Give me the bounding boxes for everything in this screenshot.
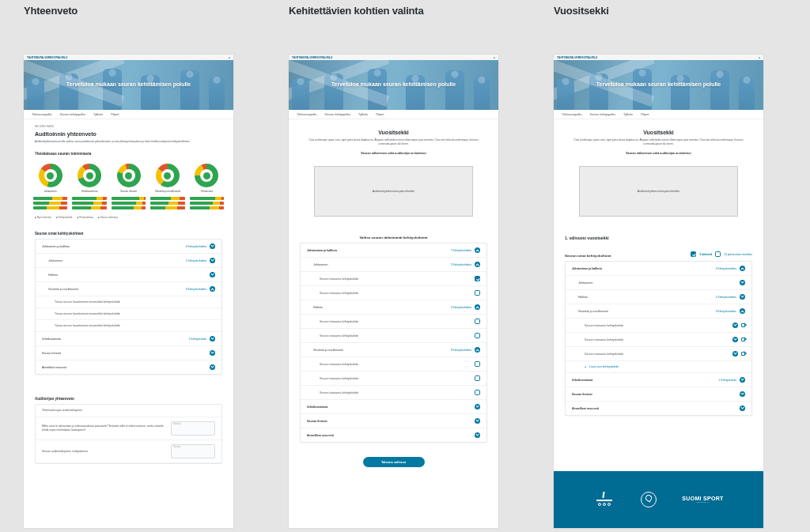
- section-header[interactable]: Aineelliset resurssit: [566, 402, 751, 415]
- chevron-icon: [475, 262, 480, 267]
- auditor-card: Yhteenveto-ajan auditointikäynnin Mitkä …: [35, 404, 222, 464]
- card-row[interactable]: Aineelliset resurssit: [36, 360, 221, 374]
- answer-input[interactable]: Vastaus: [171, 421, 215, 436]
- chevron-icon: [475, 404, 480, 409]
- own-title: Seuran omat kehityskohteet: [24, 224, 233, 239]
- edit-row[interactable]: Seuran itseaama kehityskohde: [566, 347, 751, 361]
- chevron-icon: [740, 308, 745, 314]
- chevron-icon: [740, 391, 745, 397]
- subsection-row[interactable]: Johtaminen2 Kehityskohdetta: [301, 258, 486, 272]
- nav-item[interactable]: Seuran kehityspolku: [590, 113, 615, 116]
- section-header[interactable]: Seuran ihmiset: [301, 414, 486, 428]
- page-intro: Cras scelerisque quam arcu, eget porta l…: [289, 138, 498, 146]
- page-title: Vuositsekki: [554, 129, 763, 138]
- own-title: Seuran omat kehityskohteet: [565, 254, 611, 258]
- view-toggle[interactable]: 5 tärkeintä 15 pidennuksen kohdetta: [691, 251, 752, 257]
- column-title: Kehitettävien kohtien valinta: [289, 5, 498, 17]
- card-row[interactable]: Hallinto: [36, 268, 221, 282]
- nav-item[interactable]: Tylikalu: [358, 113, 368, 116]
- pencil-icon[interactable]: [741, 352, 745, 356]
- pencil-icon[interactable]: [741, 338, 745, 341]
- card-row[interactable]: Tässä seuran havaitsemat muomotilat kehi…: [36, 308, 221, 320]
- checkbox-row[interactable]: Seuran itseaama kehityskohde: [301, 286, 486, 300]
- card-row[interactable]: Viestintä ja markkinointi3 Kehityskohdet…: [36, 282, 221, 296]
- section-header[interactable]: Seuran ihmiset: [566, 387, 751, 402]
- card-row[interactable]: Tässä seuran havaitsemat muomotilat kehi…: [36, 320, 221, 332]
- pencil-icon[interactable]: [741, 323, 745, 327]
- nav-item[interactable]: Tähtiseurapolku: [297, 113, 317, 116]
- sub-row[interactable]: Hallinto1 Kehityskohdetta: [566, 290, 751, 304]
- checkbox-icon: [715, 251, 721, 257]
- nav-item[interactable]: Tähtiseurapolku: [562, 113, 582, 116]
- column-title: Yhteenveto: [24, 5, 233, 17]
- chevron-icon: [475, 347, 480, 353]
- edit-row[interactable]: Seuran itseaama kehityskohde: [566, 319, 751, 333]
- checkbox-row[interactable]: Seuran itseaama kehityskohde: [301, 357, 486, 372]
- column-yhteenveto: Yhteenveto TÄHTISEURA-VERKKOPALVELU ● Te…: [24, 0, 233, 528]
- brand: TÄHTISEURA-VERKKOPALVELU: [27, 56, 67, 59]
- section-header[interactable]: Aineelliset resurssit: [301, 428, 486, 442]
- nav-item[interactable]: Ohjeet: [111, 113, 119, 116]
- checkbox-icon[interactable]: [475, 319, 480, 324]
- subsection-row[interactable]: Hallinto2 Kehityskohdetta: [301, 300, 486, 315]
- card-row[interactable]: Tässä seuran havaitsemat muomotilat kehi…: [36, 296, 221, 308]
- nav-item[interactable]: Ohjeet: [641, 113, 649, 116]
- chevron-icon: [210, 258, 215, 263]
- nav-item[interactable]: Tähtiseurapolku: [32, 113, 52, 116]
- checkbox-icon[interactable]: [475, 333, 480, 338]
- subtitle: Seuran näkeminen sekä auditorijan arvioi…: [289, 152, 498, 155]
- save-button[interactable]: Talenna valinnat: [363, 457, 425, 467]
- checkbox-row[interactable]: Seuran itseaama kehityskohde: [301, 315, 486, 329]
- section-header[interactable]: Johtaminen ja hallinto4 Kehityskohdetta: [566, 262, 751, 276]
- card-row[interactable]: Johtaminen ja hallinto4 Kehityskohdetta: [36, 240, 221, 254]
- checkbox-row[interactable]: Seuran itseaama kehityskohde: [301, 372, 486, 386]
- section-header[interactable]: Urheilutoiminta: [301, 400, 486, 414]
- nav-item[interactable]: Ohjeet: [376, 113, 384, 116]
- checkbox-icon[interactable]: [475, 361, 480, 367]
- footer: SUOMI SPORT seuralle.fi: [554, 471, 763, 528]
- column-vuositsekki: Vuositsekki TÄHTISEURA-VERKKOPALVELU● Te…: [554, 0, 763, 528]
- sub-row[interactable]: Johtaminen: [566, 276, 751, 290]
- nav-item[interactable]: Tylikalu: [93, 113, 103, 116]
- edit-row[interactable]: Seuran itseaama kehityskohde: [566, 333, 751, 347]
- checkbox-icon[interactable]: [475, 390, 480, 395]
- mock-valinta: TÄHTISEURA-VERKKOPALVELU● Tervetuloa muk…: [289, 55, 498, 528]
- sub-row[interactable]: Viestintä ja markkinointi3 Kehityskohdet…: [566, 304, 751, 319]
- subsection-row[interactable]: Viestintä ja markkinointi3 Kehityskohdet…: [301, 343, 486, 357]
- checkbox-row[interactable]: Seuran itseaama kehityskohde: [301, 386, 486, 400]
- add-row[interactable]: Lisää uusi kehityskohde: [566, 361, 751, 373]
- user-icon: ●: [494, 56, 495, 59]
- card-row[interactable]: Seuran ihmiset: [36, 346, 221, 360]
- chevron-icon: [210, 364, 215, 370]
- card-valinta: Johtaminen ja hallinto7 KehityskohdettaJ…: [300, 243, 487, 443]
- checkbox-icon[interactable]: [475, 276, 480, 281]
- checkbox-row[interactable]: Seuran itseaama kehityskohde: [301, 329, 486, 343]
- own-header: Seuran omat kehityskohteet 5 tärkeintä 1…: [554, 243, 763, 261]
- nav-item[interactable]: Tylikalu: [623, 113, 633, 116]
- section-header[interactable]: Urheilutoiminta1 Kehityskohde: [566, 373, 751, 387]
- breadcrumb: HELSINKI HAWS: [24, 119, 233, 130]
- checkbox-icon[interactable]: [475, 290, 480, 296]
- checkbox-icon[interactable]: [475, 375, 480, 381]
- nav-item[interactable]: Seuran kehityspolku: [325, 113, 350, 116]
- summary-placeholder: Auditointiyhteenveto-placeholder: [314, 166, 473, 217]
- section-header[interactable]: Johtaminen ja hallinto7 Kehityskohdetta: [301, 243, 486, 258]
- subtitle: Seuran näkeminen sekä auditorijan arvioi…: [554, 152, 763, 155]
- card-kehityskohteet: Johtaminen ja hallinto4 KehityskohdettaJ…: [35, 239, 222, 375]
- chevron-icon: [732, 323, 738, 328]
- chevron-icon: [210, 336, 215, 341]
- user-icon: ●: [229, 56, 230, 59]
- chevron-icon: [740, 280, 745, 285]
- answer-input[interactable]: Vastaus: [171, 444, 215, 458]
- paralympics-logo-icon: [638, 489, 660, 511]
- nav-item[interactable]: Seuran kehityspolku: [60, 113, 85, 116]
- chevron-icon: [740, 266, 745, 271]
- card-row[interactable]: Urheilutoiminta1 Kehityskohde: [36, 332, 221, 346]
- legend: Hyvä toiminta Kehityskohde Parannettava …: [24, 211, 233, 224]
- checkbox-row[interactable]: Seuran itseaama kehityskohde: [301, 272, 486, 286]
- hero-title: Tervetuloa mukaan seuran kehittämisen po…: [66, 81, 191, 88]
- auditor-row: Yhteenveto-ajan auditointikäynnin: [36, 405, 221, 417]
- chevron-icon: [475, 432, 480, 438]
- card-row[interactable]: Johtaminen1 Kehityskohdetta: [36, 254, 221, 268]
- chevron-icon: [740, 377, 745, 383]
